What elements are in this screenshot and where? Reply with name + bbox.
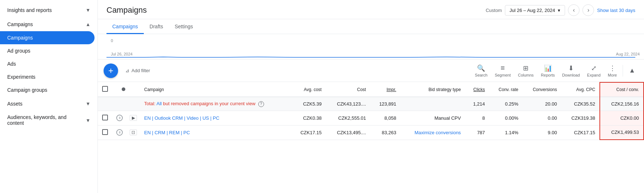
sidebar-item-insights-and-reports[interactable]: Insights and reports ▾: [0, 3, 97, 17]
row2-impr: 83,263: [370, 125, 400, 140]
row2-bid-strategy[interactable]: Maximize conversions: [401, 125, 465, 140]
toolbar-actions: 🔍 Search ≡ Segment ⊞ Columns 📊 Reports ⬇…: [472, 62, 638, 79]
reports-button[interactable]: 📊 Reports: [538, 63, 558, 79]
row2-cost-conv: CZK1,499.53: [600, 125, 644, 140]
add-filter-button[interactable]: ⊿ Add filter: [121, 66, 154, 75]
columns-button[interactable]: ⊞ Columns: [515, 63, 536, 79]
chart-date-left: Jul 26, 2024: [111, 52, 133, 56]
col-header-check[interactable]: [98, 82, 112, 97]
total-bid-strategy: [401, 97, 465, 111]
row2-avg-cost: CZK17.15: [291, 125, 326, 140]
search-icon: 🔍: [477, 64, 485, 72]
table-container: Campaign Avg. cost Cost Impr. Bid strate…: [98, 82, 644, 193]
chart-date-right: Aug 22, 2024: [616, 52, 640, 56]
segment-button[interactable]: ≡ Segment: [492, 62, 514, 79]
next-date-button[interactable]: ›: [582, 4, 594, 16]
sidebar-item-audiences-keywords[interactable]: Audiences, keywords, and content ▾: [0, 111, 97, 130]
row2-type: ⊡: [127, 125, 140, 140]
row2-conversions: 9.00: [523, 125, 561, 140]
total-avg-cost: CZK5.39: [291, 97, 326, 111]
collapse-button[interactable]: ▲: [626, 65, 638, 76]
table-row: ⏸ ▶ EN | Outlook CRM | Video | US | PC C…: [98, 111, 644, 125]
row2-check[interactable]: [98, 125, 112, 140]
col-header-conv-rate[interactable]: Conv. rate: [489, 82, 523, 97]
date-range-button[interactable]: Jul 26 – Aug 22, 2024 ▾: [505, 5, 565, 16]
row1-type: ▶: [127, 111, 140, 125]
tab-campaigns[interactable]: Campaigns: [106, 19, 144, 34]
download-icon: ⬇: [568, 64, 574, 72]
row1-checkbox[interactable]: [102, 115, 108, 120]
row2-clicks: 787: [465, 125, 489, 140]
row2-checkbox[interactable]: [102, 129, 108, 135]
sidebar-item-campaigns-section[interactable]: Campaigns ▴: [0, 17, 97, 31]
sidebar-item-ads[interactable]: Ads: [0, 57, 95, 70]
show-last-link[interactable]: Show last 30 days: [597, 8, 635, 13]
row2-avg-cpc: CZK17.15: [561, 125, 600, 140]
row1-bid-strategy: Manual CPV: [401, 111, 465, 125]
collapse-icon: ▲: [629, 67, 635, 74]
col-header-cost-conv[interactable]: Cost / conv.: [600, 82, 644, 97]
plus-icon: +: [108, 66, 113, 76]
sidebar-item-ad-groups[interactable]: Ad groups: [0, 44, 95, 57]
row2-cost: CZK13,495....: [326, 125, 370, 140]
col-header-avg-cost[interactable]: Avg. cost: [291, 82, 326, 97]
expand-button[interactable]: ⤢ Expand: [584, 63, 603, 79]
row2-name[interactable]: EN | CRM | REM | PC: [140, 125, 291, 140]
total-cost-conv: CZK2,156.16: [600, 97, 644, 111]
page-header: Campaigns Custom Jul 26 – Aug 22, 2024 ▾…: [98, 0, 644, 19]
segment-icon: ≡: [501, 64, 505, 72]
add-campaign-button[interactable]: +: [104, 63, 118, 78]
status-indicator: [122, 87, 125, 91]
col-header-conversions[interactable]: Conversions: [523, 82, 561, 97]
tab-drafts[interactable]: Drafts: [144, 19, 169, 34]
custom-label: Custom: [486, 8, 502, 13]
chart-zero-label: 0: [111, 38, 113, 43]
row1-name[interactable]: EN | Outlook CRM | Video | US | PC: [140, 111, 291, 125]
sidebar-item-assets[interactable]: Assets ▾: [0, 96, 97, 111]
tab-settings[interactable]: Settings: [169, 19, 199, 34]
chart-svg: [106, 45, 635, 59]
assets-arrow-icon: ▾: [84, 100, 92, 107]
select-all-checkbox[interactable]: [102, 86, 108, 92]
total-all-link[interactable]: All: [156, 101, 162, 106]
table-row: ⏸ ⊡ EN | CRM | REM | PC CZK17.15 CZK13,4…: [98, 125, 644, 140]
download-label: Download: [562, 73, 580, 77]
total-info-icon[interactable]: ?: [258, 101, 264, 107]
col-header-cost[interactable]: Cost: [326, 82, 370, 97]
col-header-icon: [127, 82, 140, 97]
sidebar-item-campaigns-active[interactable]: Campaigns: [0, 31, 95, 44]
date-range-text: Jul 26 – Aug 22, 2024: [510, 8, 555, 13]
col-header-clicks[interactable]: Clicks: [465, 82, 489, 97]
row1-avg-cpc: CZK319.38: [561, 111, 600, 125]
col-header-campaign[interactable]: Campaign: [140, 82, 291, 97]
main-content: Campaigns Custom Jul 26 – Aug 22, 2024 ▾…: [98, 0, 644, 193]
toolbar-divider: [623, 65, 623, 77]
col-header-impr[interactable]: Impr.: [370, 82, 400, 97]
prev-date-button[interactable]: ‹: [568, 4, 580, 16]
row1-avg-cost: CZK0.38: [291, 111, 326, 125]
total-impr: 123,891: [370, 97, 400, 111]
reports-icon: 📊: [544, 64, 552, 72]
total-conv-rate: 0.25%: [489, 97, 523, 111]
sidebar-item-campaign-groups[interactable]: Campaign groups: [0, 83, 95, 96]
sidebar-item-experiments[interactable]: Experiments: [0, 70, 95, 83]
columns-label: Columns: [518, 73, 534, 77]
bid-strategy-link[interactable]: Maximize conversions: [415, 130, 461, 135]
row1-check[interactable]: [98, 111, 112, 125]
search-button[interactable]: 🔍 Search: [472, 63, 490, 79]
search-label: Search: [475, 73, 488, 77]
table-header-row: Campaign Avg. cost Cost Impr. Bid strate…: [98, 82, 644, 97]
download-button[interactable]: ⬇ Download: [559, 63, 583, 79]
col-header-avg-cpc[interactable]: Avg. CPC: [561, 82, 600, 97]
total-conversions: 20.00: [523, 97, 561, 111]
chart-area: 0 Jul 26, 2024 Aug 22, 2024: [98, 34, 644, 59]
row2-status: ⏸: [112, 125, 127, 140]
col-header-bid-strategy[interactable]: Bid strategy type: [401, 82, 465, 97]
tabs-bar: Campaigns Drafts Settings: [98, 19, 644, 34]
columns-icon: ⊞: [523, 64, 528, 72]
col-header-status: [112, 82, 127, 97]
dropdown-arrow-icon: ▾: [558, 8, 560, 13]
insights-arrow-icon: ▾: [84, 7, 92, 13]
row1-impr: 8,058: [370, 111, 400, 125]
more-button[interactable]: ⋮ More: [605, 63, 620, 79]
